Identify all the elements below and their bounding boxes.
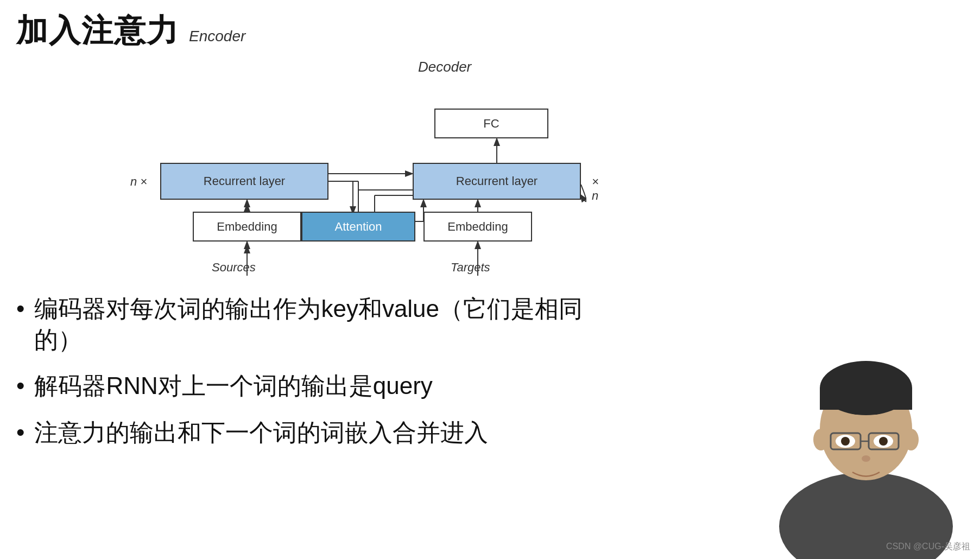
svg-point-32 <box>813 429 829 450</box>
sources-label: Sources <box>212 261 256 275</box>
encoder-label: Encoder <box>189 28 245 45</box>
watermark: CSDN @CUG-吴彦祖 <box>886 541 970 552</box>
bullet-text-2: 解码器RNN对上一个词的输出是query <box>34 370 432 401</box>
targets-label: Targets <box>451 261 490 275</box>
enc-recurrent-box: Recurrent layer <box>160 163 328 200</box>
mult-left: n × <box>130 175 147 189</box>
fc-box: FC <box>434 109 548 138</box>
bullet-item-1: • 编码器对每次词的输出作为key和value（它们是相同的） <box>16 293 614 355</box>
bullet-text-1: 编码器对每次词的输出作为key和value（它们是相同的） <box>34 293 614 355</box>
enc-recurrent-label: Recurrent layer <box>204 174 285 188</box>
svg-point-31 <box>862 455 870 462</box>
bullet-dot-3: • <box>16 417 24 448</box>
fc-label: FC <box>483 117 499 131</box>
dec-embedding-box: Embedding <box>423 212 532 242</box>
dec-recurrent-label: Recurrent layer <box>456 174 538 188</box>
svg-point-29 <box>841 437 850 446</box>
svg-rect-23 <box>820 388 912 410</box>
attention-label: Attention <box>335 220 382 234</box>
bullet-dot-2: • <box>16 370 24 401</box>
title-area: 加入注意力 Encoder <box>16 10 245 52</box>
enc-embedding-label: Embedding <box>217 220 277 234</box>
diagram-container: Embedding Recurrent layer Attention Embe… <box>87 54 586 282</box>
enc-embedding-box: Embedding <box>193 212 301 242</box>
svg-point-30 <box>879 437 888 446</box>
dec-recurrent-box: Recurrent layer <box>413 163 581 200</box>
svg-point-33 <box>903 429 919 450</box>
bullet-dot-1: • <box>16 293 24 324</box>
bullet-item-3: • 注意力的输出和下一个词的词嵌入合并进入 <box>16 417 614 448</box>
person-silhouette <box>752 298 980 559</box>
person-area <box>752 298 980 559</box>
bullets-section: • 编码器对每次词的输出作为key和value（它们是相同的） • 解码器RNN… <box>16 293 614 463</box>
attention-box: Attention <box>301 212 415 242</box>
mult-right: × n <box>592 175 599 203</box>
dec-embedding-label: Embedding <box>447 220 508 234</box>
bullet-item-2: • 解码器RNN对上一个词的输出是query <box>16 370 614 401</box>
main-title: 加入注意力 <box>16 10 179 52</box>
bullet-text-3: 注意力的输出和下一个词的词嵌入合并进入 <box>34 417 488 448</box>
